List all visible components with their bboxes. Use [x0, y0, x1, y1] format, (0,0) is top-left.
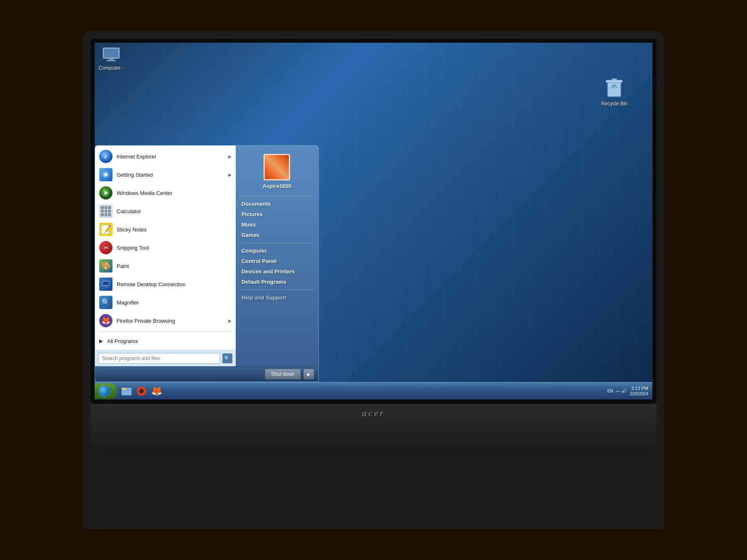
snipping-tool-icon: ✂ — [99, 241, 112, 254]
user-name: Aspire1650 — [263, 183, 291, 189]
laptop-bottom: acer — [90, 404, 657, 453]
laptop-outer: Computer - Recycle Bin — [83, 31, 664, 529]
right-item-help[interactable]: Help and Support — [236, 292, 318, 303]
taskbar-right: EN — 🔊 3:13 PM 2/26/2024 — [603, 385, 652, 397]
svg-rect-10 — [103, 282, 109, 285]
all-programs-arrow: ▶ — [99, 338, 103, 344]
user-section: Aspire1650 — [236, 150, 318, 193]
svg-rect-11 — [105, 286, 107, 287]
right-item-music[interactable]: Music — [236, 219, 318, 230]
recycle-bin-icon[interactable]: Recycle Bin — [601, 76, 627, 107]
wmc-label: Windows Media Center — [117, 190, 232, 196]
start-menu-bottom: Shut down ▶ — [95, 366, 319, 382]
right-item-games[interactable]: Games — [236, 230, 318, 240]
search-button[interactable]: 🔍 — [222, 353, 232, 363]
firefox-private-icon: 🦊 — [99, 314, 112, 327]
separator — [99, 331, 232, 332]
menu-item-calculator[interactable]: Calculator — [95, 202, 236, 220]
firefox-private-label: Firefox Private Browsing — [117, 318, 224, 324]
svg-point-17 — [141, 390, 142, 392]
start-menu-left: e Internet Explorer ▶ Getting Started — [95, 146, 236, 366]
svg-rect-6 — [612, 78, 617, 80]
language-indicator: EN — [608, 389, 613, 393]
menu-item-internet-explorer[interactable]: e Internet Explorer ▶ — [95, 147, 236, 166]
calc-icon — [99, 205, 112, 218]
svg-rect-2 — [109, 58, 114, 60]
recycle-bin-label: Recycle Bin — [601, 101, 627, 107]
search-bar: 🔍 — [95, 350, 236, 366]
desktop-computer-icon[interactable]: Computer - — [99, 47, 124, 71]
clock: 3:13 PM 2/26/2024 — [630, 385, 649, 397]
start-menu-right: Aspire1650 Documents Pictures Music Game… — [236, 146, 318, 366]
menu-item-firefox-private[interactable]: 🦊 Firefox Private Browsing ▶ — [95, 312, 236, 330]
system-icons: — 🔊 — [615, 388, 627, 394]
all-programs-label: All Programs — [107, 338, 232, 344]
windows-orb — [99, 385, 110, 397]
shutdown-arrow-button[interactable]: ▶ — [303, 369, 314, 380]
magnifier-icon: 🔍 — [99, 296, 112, 309]
snipping-tool-label: Snipping Tool — [117, 245, 232, 251]
start-left-items: e Internet Explorer ▶ Getting Started — [95, 146, 236, 350]
menu-item-magnifier[interactable]: 🔍 Magnifier — [95, 293, 236, 312]
menu-item-sticky-notes[interactable]: 📝 Sticky Notes — [95, 220, 236, 239]
magnifier-label: Magnifier — [117, 299, 232, 306]
right-separator-top — [240, 196, 314, 196]
paint-label: Paint — [117, 263, 232, 269]
menu-item-remote-desktop[interactable]: Remote Desktop Connection — [95, 275, 236, 293]
ie-arrow: ▶ — [228, 154, 232, 159]
menu-item-getting-started[interactable]: Getting Started ▶ — [95, 166, 236, 184]
getting-started-arrow: ▶ — [228, 173, 232, 177]
remote-desktop-label: Remote Desktop Connection — [117, 281, 232, 287]
time-display: 3:13 PM — [630, 385, 649, 391]
right-item-computer[interactable]: Computer — [236, 246, 318, 256]
right-item-control-panel[interactable]: Control Panel — [236, 256, 318, 266]
all-programs-item[interactable]: ▶ All Programs — [95, 334, 236, 348]
right-item-devices[interactable]: Devices and Printers — [236, 266, 318, 277]
taskbar-icon-media[interactable] — [135, 385, 148, 398]
computer-label-text: Computer - — [99, 65, 124, 71]
right-item-documents[interactable]: Documents — [236, 199, 318, 209]
svg-rect-12 — [103, 287, 108, 288]
taskbar: 🦊 EN — 🔊 3:13 PM 2/26/2024 — [95, 382, 652, 399]
right-separator-mid — [240, 243, 314, 243]
search-input[interactable] — [98, 353, 220, 364]
taskbar-icon-windows-explorer[interactable] — [120, 385, 133, 398]
taskbar-programs: 🦊 — [117, 385, 166, 398]
start-menu-panels: e Internet Explorer ▶ Getting Started — [95, 145, 319, 366]
menu-item-windows-media-center[interactable]: Windows Media Center — [95, 184, 236, 202]
paint-icon: 🎨 — [99, 259, 112, 273]
date-display: 2/26/2024 — [630, 391, 649, 397]
getting-started-label: Getting Started — [117, 172, 224, 178]
laptop-brand: acer — [362, 408, 385, 419]
remote-desktop-icon — [99, 278, 112, 291]
svg-rect-14 — [122, 388, 126, 390]
menu-item-snipping-tool[interactable]: ✂ Snipping Tool — [95, 239, 236, 257]
svg-rect-1 — [104, 49, 119, 58]
screen-bezel: Computer - Recycle Bin — [90, 39, 657, 404]
user-avatar — [264, 154, 290, 180]
sticky-notes-label: Sticky Notes — [117, 226, 232, 233]
start-button[interactable] — [95, 383, 117, 399]
menu-item-paint[interactable]: 🎨 Paint — [95, 257, 236, 275]
svg-rect-3 — [106, 60, 116, 61]
start-menu: e Internet Explorer ▶ Getting Started — [95, 145, 319, 382]
calculator-label: Calculator — [117, 208, 232, 214]
ie-label: Internet Explorer — [117, 153, 224, 160]
firefox-arrow: ▶ — [228, 319, 232, 323]
getting-started-icon — [99, 168, 112, 181]
taskbar-icon-firefox[interactable]: 🦊 — [150, 385, 163, 398]
right-separator-bot — [240, 290, 314, 290]
right-item-default-programs[interactable]: Default Programs — [236, 277, 318, 287]
wmc-icon — [99, 186, 112, 200]
screen: Computer - Recycle Bin — [95, 43, 652, 399]
ie-icon: e — [99, 150, 112, 163]
right-item-pictures[interactable]: Pictures — [236, 209, 318, 219]
shutdown-button[interactable]: Shut down — [265, 369, 301, 380]
sticky-notes-icon: 📝 — [99, 223, 112, 236]
